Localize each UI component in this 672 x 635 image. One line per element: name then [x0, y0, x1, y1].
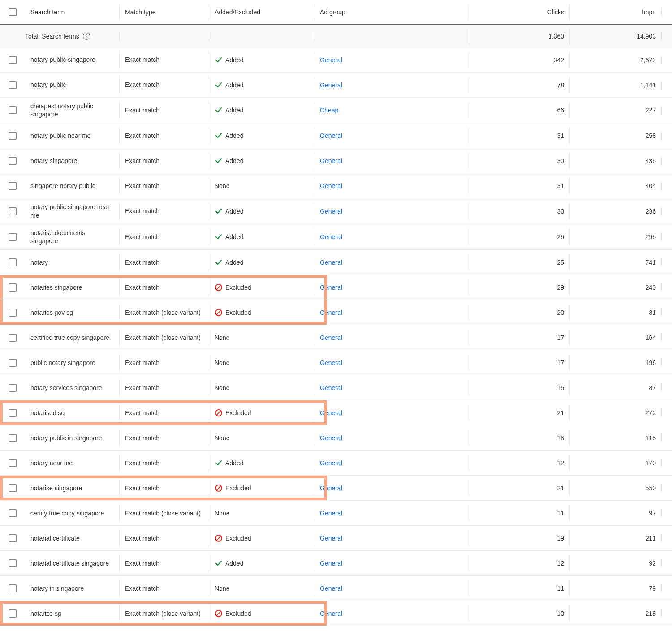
- header-clicks[interactable]: Clicks: [547, 9, 564, 16]
- search-term-text: notary: [30, 258, 48, 266]
- impr-value: 2,672: [640, 56, 656, 64]
- row-checkbox[interactable]: [9, 609, 17, 618]
- impr-value: 550: [646, 485, 656, 492]
- table-row: notaries gov sgExact match (close varian…: [0, 300, 672, 325]
- match-type-text: Exact match: [125, 81, 159, 89]
- header-ad-group[interactable]: Ad group: [320, 9, 345, 16]
- ad-group-link[interactable]: General: [320, 284, 342, 291]
- status-text: None: [215, 334, 229, 341]
- status-cell: None: [215, 182, 229, 189]
- header-impr[interactable]: Impr.: [642, 9, 656, 16]
- highlight-border: [0, 422, 327, 425]
- ad-group-link[interactable]: General: [320, 585, 342, 592]
- header-match-type[interactable]: Match type: [125, 9, 155, 16]
- clicks-value: 66: [557, 107, 564, 114]
- clicks-value: 12: [557, 560, 564, 567]
- row-checkbox[interactable]: [9, 359, 17, 367]
- match-type-text: Exact match: [125, 534, 159, 542]
- ad-group-link[interactable]: General: [320, 182, 342, 189]
- match-type-text: Exact match: [125, 459, 159, 467]
- ad-group-link[interactable]: General: [320, 56, 342, 64]
- highlight-border: [0, 498, 327, 500]
- ad-group-link[interactable]: Cheap: [320, 107, 338, 114]
- row-checkbox[interactable]: [9, 309, 17, 317]
- match-type-text: Exact match: [125, 182, 159, 190]
- table-row: notarial certificate singaporeExact matc…: [0, 551, 672, 576]
- row-checkbox[interactable]: [9, 459, 17, 467]
- status-cell: None: [215, 384, 229, 391]
- ad-group-link[interactable]: General: [320, 82, 342, 89]
- row-checkbox[interactable]: [9, 182, 17, 190]
- row-checkbox[interactable]: [9, 81, 17, 89]
- status-cell: Added: [215, 132, 243, 140]
- total-label: Total: Search terms: [13, 33, 79, 40]
- row-checkbox[interactable]: [9, 283, 17, 292]
- ad-group-link[interactable]: General: [320, 259, 342, 266]
- row-checkbox[interactable]: [9, 584, 17, 592]
- ad-group-link[interactable]: General: [320, 434, 342, 442]
- ad-group-link[interactable]: General: [320, 560, 342, 567]
- check-icon: [215, 258, 223, 266]
- table-row: notary publicExact matchAddedGeneral781,…: [0, 73, 672, 98]
- header-search-term[interactable]: Search term: [30, 9, 65, 16]
- ad-group-link[interactable]: General: [320, 409, 342, 416]
- row-checkbox[interactable]: [9, 132, 17, 140]
- help-icon[interactable]: ?: [83, 33, 90, 40]
- status-text: Added: [225, 157, 243, 164]
- ad-group-link[interactable]: General: [320, 309, 342, 316]
- ad-group-link[interactable]: General: [320, 334, 342, 341]
- row-checkbox[interactable]: [9, 484, 17, 492]
- table-row: cheapest notary public singaporeExact ma…: [0, 98, 672, 123]
- row-checkbox[interactable]: [9, 207, 17, 215]
- clicks-value: 25: [557, 259, 564, 266]
- header-added-excluded[interactable]: Added/Excluded: [215, 9, 260, 16]
- status-cell: Added: [215, 258, 243, 266]
- table-row: notarise documents singaporeExact matchA…: [0, 224, 672, 250]
- select-all-checkbox[interactable]: [9, 8, 17, 16]
- ad-group-link[interactable]: General: [320, 132, 342, 139]
- search-term-text: notary public singapore: [30, 56, 95, 64]
- status-text: Excluded: [225, 409, 251, 416]
- ad-group-link[interactable]: General: [320, 359, 342, 366]
- status-cell: None: [215, 434, 229, 442]
- ad-group-link[interactable]: General: [320, 535, 342, 542]
- highlight-border: [0, 400, 327, 403]
- row-checkbox[interactable]: [9, 434, 17, 442]
- ad-group-link[interactable]: General: [320, 384, 342, 391]
- row-checkbox[interactable]: [9, 409, 17, 417]
- ad-group-link[interactable]: General: [320, 157, 342, 164]
- row-checkbox[interactable]: [9, 509, 17, 517]
- row-checkbox[interactable]: [9, 384, 17, 392]
- table-row: notary public singapore near meExact mat…: [0, 198, 672, 224]
- impr-value: 211: [646, 535, 656, 542]
- row-checkbox[interactable]: [9, 334, 17, 342]
- total-clicks: 1,360: [548, 33, 564, 40]
- row-checkbox[interactable]: [9, 559, 17, 567]
- row-checkbox[interactable]: [9, 157, 17, 165]
- table-row: public notary singaporeExact matchNoneGe…: [0, 350, 672, 375]
- ad-group-link[interactable]: General: [320, 610, 342, 617]
- prohibit-icon: [215, 309, 223, 317]
- clicks-value: 78: [557, 82, 564, 89]
- impr-value: 236: [646, 208, 656, 215]
- table-row: certified true copy singaporeExact match…: [0, 325, 672, 350]
- row-checkbox[interactable]: [9, 534, 17, 542]
- impr-value: 227: [646, 107, 656, 114]
- ad-group-link[interactable]: General: [320, 485, 342, 492]
- search-term-text: certify true copy singapore: [30, 509, 104, 517]
- row-checkbox[interactable]: [9, 56, 17, 64]
- match-type-text: Exact match (close variant): [125, 609, 201, 618]
- ad-group-link[interactable]: General: [320, 459, 342, 467]
- prohibit-icon: [215, 609, 223, 618]
- row-checkbox[interactable]: [9, 106, 17, 114]
- clicks-value: 26: [557, 233, 564, 240]
- status-text: Excluded: [225, 309, 251, 316]
- row-checkbox[interactable]: [9, 258, 17, 266]
- row-checkbox[interactable]: [9, 233, 17, 241]
- table-row: notary public singaporeExact matchAddedG…: [0, 47, 672, 73]
- impr-value: 435: [646, 157, 656, 164]
- ad-group-link[interactable]: General: [320, 208, 342, 215]
- clicks-value: 17: [557, 359, 564, 366]
- ad-group-link[interactable]: General: [320, 233, 342, 240]
- ad-group-link[interactable]: General: [320, 510, 342, 517]
